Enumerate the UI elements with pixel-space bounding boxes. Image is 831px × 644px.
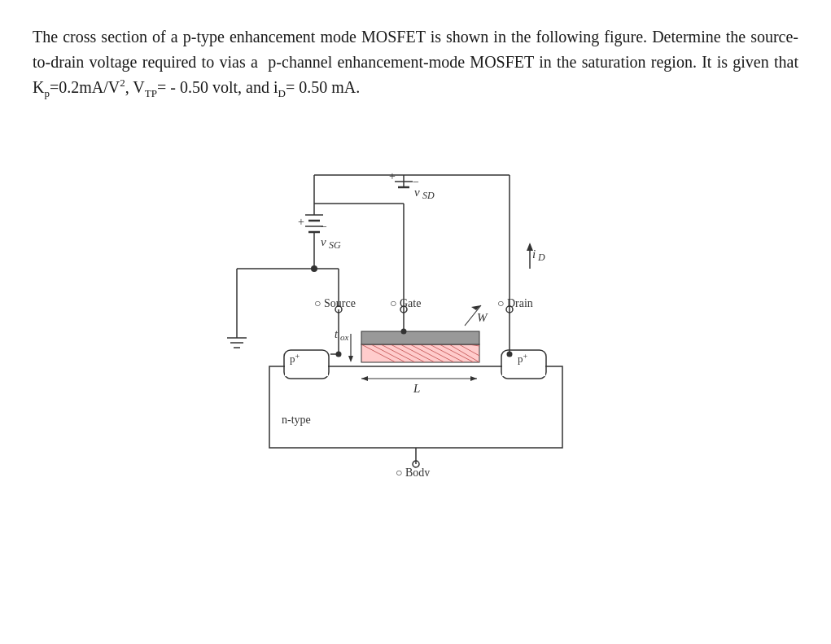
body-label: ○ Body: [396, 467, 430, 476]
vsg-plus: +: [298, 216, 304, 228]
vsg-label: v: [321, 235, 326, 248]
vsd-plus: +: [389, 170, 396, 182]
L-label: L: [413, 382, 420, 395]
svg-rect-47: [361, 331, 479, 344]
vsg-sub: SG: [329, 239, 341, 251]
diagram-container: + − v SG + − v SD: [33, 126, 798, 476]
iD-sub: D: [537, 252, 545, 263]
ntype-label: n-type: [282, 414, 311, 426]
source-label: ○ Source: [314, 297, 356, 309]
mosfet-diagram: + − v SG + − v SD: [188, 126, 644, 476]
svg-point-54: [506, 352, 512, 357]
svg-marker-61: [470, 376, 477, 381]
vsg-minus: −: [321, 221, 327, 233]
svg-marker-58: [348, 356, 353, 362]
svg-marker-60: [361, 376, 368, 381]
gate-label: ○ Gate: [390, 297, 421, 309]
drain-label: ○ Drain: [497, 297, 533, 309]
iD-label: i: [532, 248, 536, 261]
problem-text: The cross section of a p-type enhancemen…: [33, 24, 798, 102]
tox-sub: ox: [340, 332, 349, 342]
vsd-sub: SD: [422, 190, 435, 201]
vsd-label: v: [414, 186, 420, 199]
W-label: W: [477, 311, 488, 324]
svg-rect-32: [502, 358, 545, 376]
svg-point-49: [400, 329, 406, 335]
